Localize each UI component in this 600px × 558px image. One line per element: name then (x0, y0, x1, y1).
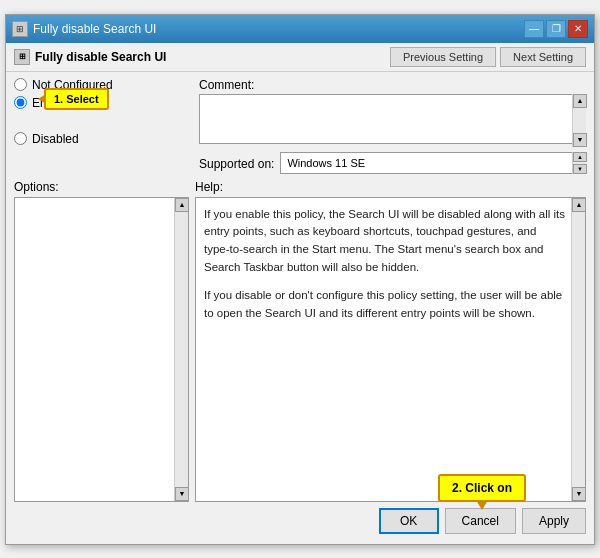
close-button[interactable]: ✕ (568, 20, 588, 38)
content-area: Not Configured Enabled 1. Select Disable… (6, 72, 594, 544)
bottom-buttons: 2. Click on OK Cancel Apply (14, 502, 586, 538)
not-configured-radio[interactable] (14, 78, 27, 91)
apply-button[interactable]: Apply (522, 508, 586, 534)
next-setting-button[interactable]: Next Setting (500, 47, 586, 67)
supported-scrollbar: ▲ ▼ (572, 152, 586, 174)
header-icon: ⊞ (14, 49, 30, 65)
options-scrollbar: ▲ ▼ (174, 198, 188, 501)
options-section: Options: ▲ ▼ (14, 180, 189, 502)
disabled-row: Disabled (14, 132, 189, 146)
help-text: If you enable this policy, the Search UI… (196, 198, 585, 341)
prev-setting-button[interactable]: Previous Setting (390, 47, 496, 67)
radio-section: Not Configured Enabled 1. Select Disable… (14, 78, 189, 174)
disabled-radio[interactable] (14, 132, 27, 145)
window-controls: — ❐ ✕ (524, 20, 588, 38)
click-badge: 2. Click on (438, 474, 526, 502)
supported-label: Supported on: (199, 155, 274, 171)
window-title: Fully disable Search UI (33, 22, 156, 36)
title-bar-left: ⊞ Fully disable Search UI (12, 21, 156, 37)
ok-button[interactable]: OK (379, 508, 439, 534)
header-title: Fully disable Search UI (35, 50, 166, 64)
help-panel: If you enable this policy, the Search UI… (195, 197, 586, 502)
header-left: ⊞ Fully disable Search UI (14, 49, 166, 65)
header-buttons: Previous Setting Next Setting (390, 47, 586, 67)
help-scrollbar: ▲ ▼ (571, 198, 585, 501)
scroll-up-arrow[interactable]: ▲ (573, 94, 587, 108)
disabled-label[interactable]: Disabled (32, 132, 79, 146)
options-label: Options: (14, 180, 189, 194)
comment-textarea[interactable] (199, 94, 586, 144)
comment-supported-section: Comment: ▲ ▼ Supported on: Windows 11 SE (199, 78, 586, 174)
supported-row: Supported on: Windows 11 SE ▲ ▼ (199, 152, 586, 174)
minimize-button[interactable]: — (524, 20, 544, 38)
supported-value: Windows 11 SE (280, 152, 586, 174)
help-paragraph-1: If you enable this policy, the Search UI… (204, 206, 565, 277)
enabled-radio[interactable] (14, 96, 27, 109)
cancel-button[interactable]: Cancel (445, 508, 516, 534)
select-badge: 1. Select (44, 88, 109, 110)
help-label: Help: (195, 180, 586, 194)
options-scroll-down[interactable]: ▼ (175, 487, 189, 501)
help-scroll-up[interactable]: ▲ (572, 198, 586, 212)
help-scroll-down[interactable]: ▼ (572, 487, 586, 501)
panels-row: ElevenForum.com Options: ▲ ▼ Help: If yo… (14, 180, 586, 502)
scroll-down-arrow[interactable]: ▼ (573, 133, 587, 147)
enabled-row: Enabled 1. Select (14, 96, 189, 110)
options-scroll-up[interactable]: ▲ (175, 198, 189, 212)
header-bar: ⊞ Fully disable Search UI Previous Setti… (6, 43, 594, 72)
main-window: ⊞ Fully disable Search UI — ❐ ✕ ⊞ Fully … (5, 14, 595, 545)
help-paragraph-2: If you disable or don't configure this p… (204, 287, 565, 323)
help-section: Help: If you enable this policy, the Sea… (195, 180, 586, 502)
restore-button[interactable]: ❐ (546, 20, 566, 38)
supported-scroll-down[interactable]: ▼ (573, 164, 587, 174)
comment-scrollbar: ▲ ▼ (572, 94, 586, 147)
options-panel: ▲ ▼ (14, 197, 189, 502)
supported-scroll-up[interactable]: ▲ (573, 152, 587, 162)
comment-label: Comment: (199, 78, 586, 92)
window-icon: ⊞ (12, 21, 28, 37)
title-bar: ⊞ Fully disable Search UI — ❐ ✕ (6, 15, 594, 43)
